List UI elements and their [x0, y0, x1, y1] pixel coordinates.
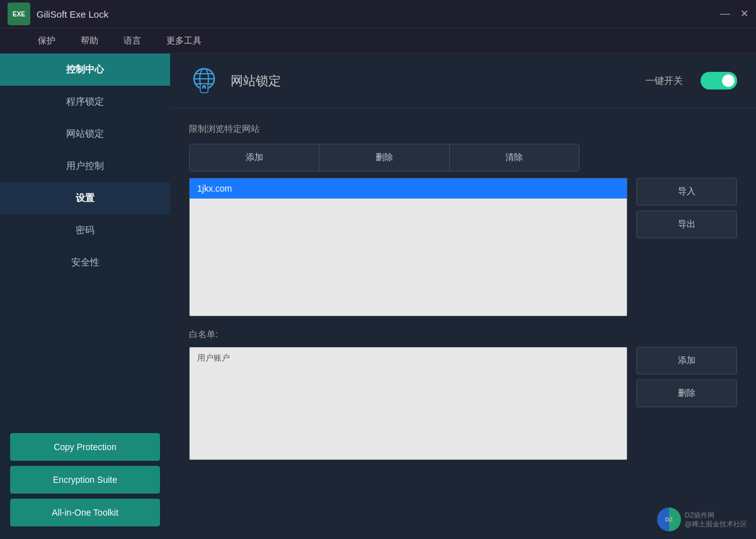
page-header: 网站锁定 一键开关 — [170, 54, 756, 108]
url-list[interactable]: 1jkx.com — [189, 178, 627, 316]
svg-point-6 — [203, 88, 205, 89]
action-button-row: 添加 删除 清除 — [189, 144, 580, 171]
url-list-wrapper: 1jkx.com 导入 导出 — [189, 178, 737, 316]
whitelist-label: 白名单: — [189, 329, 737, 340]
export-button[interactable]: 导出 — [636, 211, 737, 238]
sidebar-item-user-control[interactable]: 用户控制 — [0, 150, 170, 182]
watermark-text: DZ插件网 @稀土掘金技术社区 — [685, 511, 747, 529]
main-layout: 控制中心 程序锁定 网站锁定 用户控制 设置 密码 安全性 Copy Prote… — [0, 54, 756, 539]
whitelist-side-buttons: 添加 删除 — [636, 347, 737, 460]
sidebar-bottom: Copy Protection Encryption Suite All-in-… — [0, 426, 170, 539]
app-title: GiliSoft Exe Lock — [37, 9, 714, 20]
sidebar-spacer — [0, 279, 170, 426]
app-logo: EXE — [8, 3, 30, 25]
add-url-button[interactable]: 添加 — [190, 144, 319, 171]
window-controls: — ✕ — [720, 9, 748, 19]
copy-protection-button[interactable]: Copy Protection — [10, 433, 160, 461]
clear-url-button[interactable]: 清除 — [450, 144, 579, 171]
toggle-label: 一键开关 — [645, 75, 683, 87]
sidebar-item-website-lock[interactable]: 网站锁定 — [0, 118, 170, 150]
content-area: 网站锁定 一键开关 限制浏览特定网站 添加 删除 清除 1jkx.com 导入 — [170, 54, 756, 539]
whitelist-delete-button[interactable]: 删除 — [636, 380, 737, 407]
close-button[interactable]: ✕ — [740, 9, 748, 19]
toggle-knob — [722, 74, 735, 87]
section-label: 限制浏览特定网站 — [189, 124, 737, 135]
encryption-suite-button[interactable]: Encryption Suite — [10, 466, 160, 494]
page-title: 网站锁定 — [231, 72, 635, 90]
sidebar-item-security[interactable]: 安全性 — [0, 246, 170, 279]
all-in-one-button[interactable]: All-in-One Toolkit — [10, 499, 160, 526]
minimize-button[interactable]: — — [720, 9, 730, 19]
delete-url-button[interactable]: 删除 — [319, 144, 449, 171]
watermark: DZ DZ插件网 @稀土掘金技术社区 — [657, 507, 747, 531]
menu-item-more-tools[interactable]: 更多工具 — [166, 35, 202, 47]
whitelist-add-button[interactable]: 添加 — [636, 347, 737, 374]
content-body: 限制浏览特定网站 添加 删除 清除 1jkx.com 导入 导出 白名单: — [170, 108, 756, 475]
list-side-buttons: 导入 导出 — [636, 178, 737, 316]
menu-item-language[interactable]: 语言 — [123, 35, 141, 47]
website-lock-icon — [189, 65, 220, 96]
one-click-toggle[interactable] — [701, 72, 737, 90]
watermark-logo: DZ — [657, 507, 681, 531]
list-item[interactable]: 1jkx.com — [190, 178, 627, 199]
whitelist-user-item: 用户账户 — [190, 347, 627, 369]
menu-item-protect[interactable]: 保护 — [38, 35, 55, 47]
sidebar-item-control-center[interactable]: 控制中心 — [0, 54, 170, 86]
sidebar: 控制中心 程序锁定 网站锁定 用户控制 设置 密码 安全性 Copy Prote… — [0, 54, 170, 539]
title-bar: EXE GiliSoft Exe Lock — ✕ — [0, 0, 756, 28]
sidebar-item-password[interactable]: 密码 — [0, 214, 170, 246]
sidebar-item-program-lock[interactable]: 程序锁定 — [0, 86, 170, 118]
import-button[interactable]: 导入 — [636, 178, 737, 206]
menu-item-help[interactable]: 帮助 — [81, 35, 98, 47]
whitelist-list[interactable]: 用户账户 — [189, 347, 627, 460]
whitelist-wrapper: 用户账户 添加 删除 — [189, 347, 737, 460]
sidebar-item-settings[interactable]: 设置 — [0, 182, 170, 214]
menu-bar: 保护 帮助 语言 更多工具 — [0, 28, 756, 54]
